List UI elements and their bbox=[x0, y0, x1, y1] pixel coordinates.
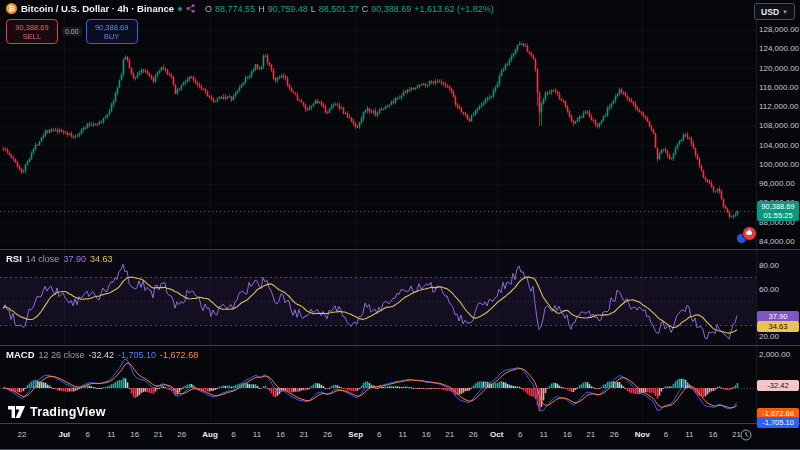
chevron-down-icon: ▼ bbox=[782, 9, 788, 15]
tradingview-logo-icon bbox=[8, 405, 25, 419]
time-axis-tick: Jul bbox=[59, 430, 71, 439]
open-value: 88,774.55 bbox=[215, 4, 255, 14]
ohlc-readout: O 88,774.55 H 90,759.48 L 88,501.37 C 90… bbox=[205, 4, 494, 14]
open-label: O bbox=[205, 4, 212, 14]
price-axis-label: 108,000.00 bbox=[759, 121, 799, 130]
buy-button[interactable]: 90,388.69 BUY bbox=[86, 19, 138, 44]
price-axis-label: 104,000.00 bbox=[759, 141, 799, 150]
share-icon[interactable] bbox=[186, 4, 195, 13]
btc-icon: ₿ bbox=[6, 3, 17, 14]
rsi-value: 37.90 bbox=[63, 254, 86, 264]
macd-axis-label: 2,000.00 bbox=[759, 350, 790, 359]
sell-label: SELL bbox=[23, 32, 41, 41]
time-axis-tick: 6 bbox=[86, 430, 90, 439]
time-axis-tick: 21 bbox=[586, 430, 595, 439]
bar-countdown: 01:55:25 bbox=[757, 211, 799, 220]
price-axis-label: 120,000.00 bbox=[759, 64, 799, 73]
time-axis-tick: 6 bbox=[231, 430, 235, 439]
rsi-title[interactable]: RSI bbox=[6, 253, 22, 264]
time-axis[interactable]: 22Jul611162126Aug611162126Sep611162126Oc… bbox=[0, 424, 800, 450]
time-axis-tick: 26 bbox=[469, 430, 478, 439]
time-axis-tick: 11 bbox=[685, 430, 693, 439]
time-axis-tick: 21 bbox=[445, 430, 454, 439]
time-axis-tick: Aug bbox=[202, 430, 218, 439]
time-axis-tick: Nov bbox=[635, 430, 650, 439]
tradingview-chart: ₿ Bitcoin / U.S. Dollar · 4h · Binance O… bbox=[0, 0, 800, 450]
rsi-ma-value-badge: 34.63 bbox=[757, 321, 799, 332]
market-status-icon bbox=[178, 7, 182, 11]
low-value: 88,501.37 bbox=[319, 4, 359, 14]
rsi-canvas[interactable] bbox=[0, 250, 756, 345]
close-value: 90,388.69 bbox=[371, 4, 411, 14]
time-axis-tick: 26 bbox=[610, 430, 619, 439]
macd-line-badge: -1,705.10 bbox=[757, 417, 799, 428]
macd-hist-value: -32.42 bbox=[89, 350, 115, 360]
sell-button[interactable]: 90,388.69 SELL bbox=[6, 19, 58, 44]
price-axis-label: 100,000.00 bbox=[759, 160, 799, 169]
currency-button[interactable]: USD ▼ bbox=[754, 3, 795, 20]
macd-line-value: -1,705.10 bbox=[118, 350, 156, 360]
buy-label: BUY bbox=[104, 32, 119, 41]
rsi-axis-label: 20.00 bbox=[759, 332, 779, 341]
current-price-label: 90,388.69 01:55:25 bbox=[757, 201, 799, 221]
price-pane[interactable]: ₿ Bitcoin / U.S. Dollar · 4h · Binance O… bbox=[0, 0, 800, 250]
rsi-params: 14 close bbox=[26, 254, 60, 264]
macd-pane[interactable]: MACD 12 26 close -32.42 -1,705.10 -1,672… bbox=[0, 346, 800, 424]
time-axis-tick: Oct bbox=[490, 430, 503, 439]
time-axis-tick: 6 bbox=[664, 430, 668, 439]
current-price-value: 90,388.69 bbox=[757, 202, 799, 211]
macd-signal-value: -1,672.68 bbox=[160, 350, 198, 360]
clock-icon[interactable] bbox=[740, 429, 752, 441]
rsi-ma-value: 34.63 bbox=[90, 254, 113, 264]
macd-params: 12 26 close bbox=[39, 350, 85, 360]
time-axis-tick: 26 bbox=[177, 430, 186, 439]
high-label: H bbox=[258, 4, 265, 14]
rsi-axis-label: 80.00 bbox=[759, 261, 779, 270]
rsi-axis-label: 60.00 bbox=[759, 285, 779, 294]
time-axis-tick: Sep bbox=[348, 430, 363, 439]
ideas-bubble-icon[interactable] bbox=[736, 226, 756, 243]
rsi-pane[interactable]: RSI 14 close 37.90 34.63 80.0060.0020.00… bbox=[0, 250, 800, 346]
sell-price: 90,388.69 bbox=[15, 23, 48, 32]
tradingview-logo[interactable]: TradingView bbox=[8, 405, 106, 419]
macd-hist-badge: -32.42 bbox=[757, 380, 799, 391]
time-axis-tick: 6 bbox=[518, 430, 522, 439]
time-axis-tick: 21 bbox=[300, 430, 309, 439]
time-axis-tick: 16 bbox=[422, 430, 431, 439]
time-axis-tick: 26 bbox=[323, 430, 332, 439]
price-axis-label: 112,000.00 bbox=[759, 102, 798, 111]
time-axis-tick: 11 bbox=[399, 430, 407, 439]
rsi-legend: RSI 14 close 37.90 34.63 bbox=[6, 253, 112, 264]
time-axis-tick: 16 bbox=[563, 430, 572, 439]
macd-legend: MACD 12 26 close -32.42 -1,705.10 -1,672… bbox=[6, 349, 198, 360]
macd-title[interactable]: MACD bbox=[6, 349, 35, 360]
time-axis-tick: 11 bbox=[253, 430, 261, 439]
ideas-bubble-red bbox=[742, 226, 757, 241]
time-axis-tick: 16 bbox=[130, 430, 139, 439]
time-axis-tick: 6 bbox=[377, 430, 381, 439]
time-axis-tick: 11 bbox=[540, 430, 548, 439]
price-axis-label: 116,000.00 bbox=[759, 83, 798, 92]
price-axis-label: 84,000.00 bbox=[759, 237, 795, 246]
time-axis-tick: 11 bbox=[107, 430, 115, 439]
buy-sell-widget: 90,388.69 SELL 0.00 90,388.69 BUY bbox=[6, 19, 138, 44]
price-axis-label: 124,000.00 bbox=[759, 44, 799, 53]
time-axis-tick: 16 bbox=[276, 430, 285, 439]
time-axis-tick: 21 bbox=[732, 430, 741, 439]
buy-price: 90,388.69 bbox=[95, 23, 128, 32]
tradingview-logo-text: TradingView bbox=[30, 405, 106, 419]
spread-value: 0.00 bbox=[62, 27, 82, 36]
symbol-title[interactable]: Bitcoin / U.S. Dollar · 4h · Binance bbox=[21, 3, 174, 14]
time-axis-tick: 21 bbox=[154, 430, 163, 439]
close-label: C bbox=[362, 4, 369, 14]
price-axis-label: 96,000.00 bbox=[759, 179, 795, 188]
high-value: 90,759.48 bbox=[268, 4, 308, 14]
time-axis-tick: 22 bbox=[18, 430, 27, 439]
symbol-legend: ₿ Bitcoin / U.S. Dollar · 4h · Binance O… bbox=[6, 3, 494, 14]
low-label: L bbox=[311, 4, 316, 14]
currency-label: USD bbox=[761, 7, 779, 17]
price-axis-label: 128,000.00 bbox=[759, 25, 799, 34]
change-value: +1,613.62 (+1.82%) bbox=[414, 4, 494, 14]
time-axis-tick: 16 bbox=[708, 430, 717, 439]
